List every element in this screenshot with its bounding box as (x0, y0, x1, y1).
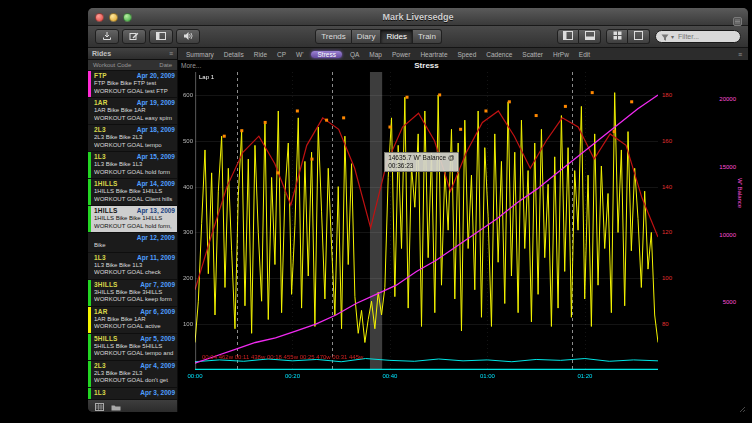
ride-date: Apr 6, 2009 (140, 308, 175, 315)
left-axis-tick: 400 (179, 184, 193, 190)
ride-date: Apr 15, 2009 (137, 153, 175, 160)
ride-date: Apr 5, 2009 (140, 335, 175, 342)
sidebar-header[interactable]: Rides ≡ (88, 48, 177, 60)
ride-description: 1AR Bike Bike 1AR WORKOUT GOAL active re… (94, 316, 175, 331)
toggle-sidebar-button[interactable] (149, 29, 173, 44)
lower-panel-button[interactable] (579, 29, 601, 44)
left-axis-tick: 200 (179, 275, 193, 281)
table-view-icon[interactable] (95, 397, 104, 412)
close-window-button[interactable] (95, 13, 104, 22)
minimize-window-button[interactable] (109, 13, 118, 22)
stress-chart: More... Stress Lap 1 00:04 462w 00:11 43… (178, 60, 748, 412)
x-axis-tick: 01:20 (577, 373, 592, 379)
ride-color-stripe (88, 152, 91, 178)
ride-list-item[interactable]: 2L3Apr 4, 20092L3 Bike Bike 2L3 WORKOUT … (88, 361, 177, 388)
right-axis-tick: 100 (662, 275, 672, 281)
download-icon (102, 31, 112, 43)
right-axis-tick: 180 (662, 92, 672, 98)
ride-list-item[interactable]: FTPApr 20, 2009FTP Bike Bike FTP test WO… (88, 71, 177, 98)
zoom-window-button[interactable] (123, 13, 132, 22)
ride-list-item[interactable]: 2L3Apr 18, 20092L3 Bike Bike 2L3 WORKOUT… (88, 125, 177, 152)
filter-input[interactable] (676, 32, 735, 41)
view-tabs: TrendsDiaryRidesTrain (315, 29, 442, 44)
chart-tab-edit[interactable]: Edit (577, 51, 592, 58)
column-header-date[interactable]: Date (159, 62, 172, 68)
chart-tab-power[interactable]: Power (390, 51, 412, 58)
folder-icon[interactable] (111, 397, 121, 412)
chart-tab-cp[interactable]: CP (275, 51, 288, 58)
x-axis-tick: 00:20 (285, 373, 300, 379)
ride-color-stripe (88, 334, 91, 360)
right-axis-title: W' Balance (737, 178, 743, 208)
ride-list-item[interactable]: 5HILLSApr 5, 20095HILLS Bike Bike 5HILLS… (88, 334, 177, 361)
filter-dropdown-icon[interactable]: ▾ (671, 34, 674, 40)
ride-list-item[interactable]: 3HILLSApr 7, 20093HILLS Bike Bike 3HILLS… (88, 280, 177, 307)
ride-list-item[interactable]: 1L3Apr 15, 20091L3 Bike Bike 1L3 WORKOUT… (88, 152, 177, 179)
chart-tab-stress[interactable]: Stress (311, 51, 341, 58)
chart-tab-details[interactable]: Details (222, 51, 246, 58)
sidebar-menu-icon[interactable]: ≡ (169, 50, 173, 57)
resize-grip[interactable] (737, 401, 746, 410)
ride-code: 5HILLS (94, 335, 118, 342)
ride-date: Apr 13, 2009 (137, 207, 175, 214)
chart-tab-scatter[interactable]: Scatter (520, 51, 545, 58)
x-axis-tick: 01:00 (480, 373, 495, 379)
ride-description: 5HILLS Bike Bike 5HILLS WORKOUT GOAL tem… (94, 343, 175, 358)
chart-tab-menu-icon[interactable]: ≡ (738, 51, 742, 58)
chart-tab-w[interactable]: W' (294, 51, 305, 58)
ride-list-item[interactable]: 1ARApr 19, 20091AR Bike Bike 1AR WORKOUT… (88, 98, 177, 125)
left-axis-tick: 100 (179, 321, 193, 327)
ride-color-stripe (88, 388, 91, 399)
view-tab-train[interactable]: Train (413, 29, 442, 44)
sidebar-column-headers[interactable]: Workout Code Date (88, 60, 177, 71)
ride-code: 1AR (94, 99, 108, 106)
chart-tab-cadence[interactable]: Cadence (484, 51, 514, 58)
ride-description: 1HILLS Bike Bike 1HILLS WORKOUT GOAL Cli… (94, 188, 175, 203)
ride-list-item[interactable]: 1HILLSApr 13, 20091HILLS Bike Bike 1HILL… (88, 206, 177, 233)
ride-code: FTP (94, 72, 107, 79)
rides-sidebar: Rides ≡ Workout Code Date FTPApr 20, 200… (88, 48, 178, 412)
ride-description: 1HILLS Bike Bike 1HILLS WORKOUT GOAL hol… (94, 215, 175, 230)
chart-tab-map[interactable]: Map (367, 51, 384, 58)
chart-tooltip: 14635.7 W' Balance @ 00:36:23 (384, 152, 458, 172)
ride-list-item[interactable]: 1ARApr 6, 20091AR Bike Bike 1AR WORKOUT … (88, 307, 177, 334)
tile-view-button[interactable] (606, 29, 628, 44)
column-header-workout-code[interactable]: Workout Code (93, 62, 131, 68)
ride-list-item[interactable]: 1L3Apr 11, 20091L3 Bike Bike 1L3 WORKOUT… (88, 253, 177, 280)
view-tab-rides[interactable]: Rides (381, 29, 412, 44)
view-style-group (606, 29, 650, 44)
ride-list-item[interactable]: 1HILLSApr 14, 20091HILLS Bike Bike 1HILL… (88, 179, 177, 206)
ride-color-stripe (88, 253, 91, 279)
ride-description: 2L3 Bike Bike 2L3 WORKOUT GOAL tempo WOR… (94, 134, 175, 149)
ride-list-item[interactable]: 1L3Apr 3, 2009 (88, 388, 177, 400)
download-activity-button[interactable] (95, 29, 119, 44)
view-tab-trends[interactable]: Trends (315, 29, 352, 44)
ride-date: Apr 19, 2009 (137, 99, 175, 106)
left-axis-tick: 500 (179, 138, 193, 144)
stress-plot-canvas[interactable] (195, 72, 658, 370)
wbal-axis-tick: 5000 (714, 299, 736, 305)
ride-date: Apr 4, 2009 (140, 362, 175, 369)
content-area: Rides ≡ Workout Code Date FTPApr 20, 200… (88, 48, 748, 412)
manual-entry-button[interactable] (122, 29, 146, 44)
chart-tab-qa[interactable]: QA (348, 51, 361, 58)
ride-description: Bike (94, 242, 175, 250)
ride-date: Apr 11, 2009 (137, 254, 175, 261)
single-view-button[interactable] (628, 29, 650, 44)
view-tab-diary[interactable]: Diary (352, 29, 382, 44)
sidebar-panel-button[interactable] (557, 29, 579, 44)
chart-tab-ride[interactable]: Ride (252, 51, 269, 58)
titlebar[interactable]: Mark Liversedge (88, 8, 748, 26)
ride-code: 2L3 (94, 126, 106, 133)
window-menu-icon[interactable] (733, 12, 742, 30)
ride-color-stripe (88, 71, 91, 97)
ride-list-item[interactable]: Apr 12, 2009Bike (88, 233, 177, 253)
chart-tab-summary[interactable]: Summary (184, 51, 216, 58)
x-axis-tick: 00:40 (382, 373, 397, 379)
audio-button[interactable] (176, 29, 200, 44)
chart-tab-speed[interactable]: Speed (456, 51, 479, 58)
chart-tab-hrpw[interactable]: HrPw (551, 51, 571, 58)
ride-list[interactable]: FTPApr 20, 2009FTP Bike Bike FTP test WO… (88, 71, 177, 399)
filter-field[interactable]: ▾ (655, 30, 741, 43)
chart-tab-heartrate[interactable]: Heartrate (418, 51, 449, 58)
